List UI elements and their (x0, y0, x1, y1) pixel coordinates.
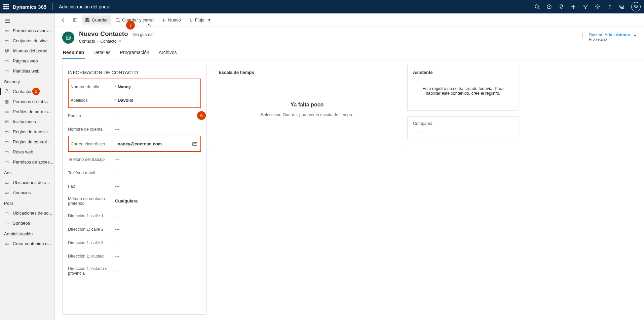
highlight-email-field: Correo electrónico nancy@contoso.com (68, 136, 201, 152)
field-value[interactable]: Davolio (118, 98, 198, 103)
sidebar-group-ads: Ads (0, 167, 54, 177)
svg-point-10 (6, 90, 8, 91)
sidebar-item-poll-locations[interactable]: ▭Ubicaciones de so... (0, 208, 54, 218)
sidebar-item-contacts[interactable]: Contactos 5 (0, 86, 54, 96)
sidebar-item-languages[interactable]: 🌐︎Idiomas del portal (0, 46, 54, 56)
owner-name[interactable]: System Administrator (589, 32, 630, 37)
field-fax[interactable]: Fax --- (68, 179, 201, 193)
field-value[interactable]: --- (115, 254, 201, 259)
svg-rect-12 (86, 20, 88, 22)
chat-icon[interactable] (619, 4, 624, 9)
field-contact-method[interactable]: Método de contacto preferido Cualquiera (68, 193, 201, 209)
field-city[interactable]: Dirección 1: ciudad --- (68, 249, 201, 263)
sidebar-item-label: Reglas de control ... (13, 139, 52, 144)
table-icon: ▦ (4, 99, 9, 104)
sidebar-collapse-button[interactable] (0, 16, 54, 26)
assistant-title: Asistente (413, 70, 513, 75)
field-value[interactable]: --- (115, 170, 201, 175)
app-launcher-icon[interactable] (3, 4, 9, 9)
save-button[interactable]: Guardar (82, 15, 111, 25)
sidebar-item-access-perms[interactable]: ▭Permisos de acces... (0, 157, 54, 167)
sidebar-item-transition-rules[interactable]: ▭Reglas de transici... (0, 127, 54, 137)
target-icon[interactable] (546, 4, 552, 9)
field-value[interactable]: Nancy (118, 84, 198, 89)
field-value[interactable]: --- (115, 184, 201, 189)
field-street3[interactable]: Dirección 1: calle 3 --- (68, 236, 201, 249)
search-icon[interactable] (534, 4, 540, 9)
lightbulb-icon[interactable] (559, 4, 564, 9)
field-value[interactable]: --- (115, 113, 201, 118)
field-value[interactable]: Cualquiera (115, 198, 201, 203)
field-job-title[interactable]: Puesto --- (68, 109, 201, 122)
field-state[interactable]: Dirección 1: estado o provincia --- (68, 263, 201, 279)
help-icon[interactable] (607, 4, 612, 9)
contact-info-section: INFORMACIÓN DE CONTACTO Nombre de pila *… (62, 65, 207, 315)
open-button[interactable] (70, 16, 81, 25)
sidebar-item-webpages[interactable]: ▭Páginas web (0, 56, 54, 66)
field-account-name[interactable]: Nombre de cuenta --- (68, 122, 201, 136)
sidebar-item-perm-profiles[interactable]: ▭Perfiles de permis... (0, 106, 54, 117)
tab-archivos[interactable]: Archivos (158, 46, 178, 59)
sidebar-item-ad-locations[interactable]: ▭Ubicaciones de a... (0, 177, 54, 187)
field-value[interactable]: nancy@contoso.com (118, 141, 192, 146)
template-icon: ▭ (4, 68, 9, 74)
location-icon: ▭ (4, 210, 9, 216)
sidebar-item-label: Páginas web (13, 58, 38, 63)
field-street1[interactable]: Dirección 1: calle 1 --- (68, 209, 201, 222)
header-more-button[interactable]: ⋮ (580, 32, 585, 39)
unsaved-indicator: - Sin guardar (130, 32, 154, 37)
gear-icon[interactable] (595, 4, 600, 9)
breadcrumb-form[interactable]: Contacto (100, 39, 116, 44)
flow-label: Flujo (195, 17, 204, 22)
chevron-down-icon[interactable]: ▼ (118, 40, 121, 43)
svg-point-17 (67, 37, 68, 38)
field-value[interactable]: --- (115, 213, 201, 218)
field-first-name[interactable]: Nombre de pila * Nancy (71, 80, 198, 93)
user-avatar[interactable]: SA (631, 2, 641, 11)
tab-resumen[interactable]: Resumen (62, 46, 85, 59)
globe-icon: 🌐︎ (4, 48, 9, 53)
open-icon (73, 18, 78, 22)
flow-button[interactable]: Flujo ▾ (185, 15, 215, 25)
sidebar-item-polls[interactable]: ▭Sondeos (0, 218, 54, 228)
field-work-phone[interactable]: Teléfono del trabajo --- (68, 152, 201, 166)
save-label: Guardar (92, 17, 108, 22)
sidebar-item-templates[interactable]: ▭Plantillas web (0, 66, 54, 76)
sidebar-item-ads[interactable]: ▭Anuncios (0, 187, 54, 197)
new-button[interactable]: Nuevo (158, 15, 184, 25)
company-value[interactable]: --- (413, 129, 513, 134)
filter-icon[interactable] (583, 4, 588, 9)
field-value[interactable]: --- (115, 227, 201, 232)
field-mobile-phone[interactable]: Teléfono móvil --- (68, 166, 201, 179)
field-value[interactable]: --- (115, 268, 201, 273)
field-label: Dirección 1: calle 3 (68, 240, 112, 245)
tab-programacion[interactable]: Programación (119, 46, 150, 59)
annotation-badge-5: 5 (32, 88, 40, 95)
sidebar-item-create-content[interactable]: ▭Crear contenido d... (0, 238, 54, 248)
field-value[interactable]: --- (115, 127, 201, 132)
sidebar-item-table-perms[interactable]: ▦Permisos de tabla (0, 96, 54, 106)
sidebar-item-web-roles[interactable]: ▭Roles web (0, 147, 54, 157)
breadcrumb-entity[interactable]: Contacto (79, 39, 95, 44)
sidebar-item-link-sets[interactable]: ▭Conjuntos de vinc... (0, 36, 54, 46)
back-button[interactable] (58, 16, 69, 25)
field-value[interactable]: --- (115, 240, 201, 245)
sidebar-item-label: Crear contenido d... (13, 241, 51, 246)
plus-icon[interactable] (571, 4, 576, 9)
field-email[interactable]: Correo electrónico nancy@contoso.com (71, 137, 198, 150)
breadcrumb-separator: · (97, 39, 98, 44)
field-last-name[interactable]: Apellidos * Davolio (71, 93, 198, 107)
save-close-button[interactable]: Guardar y cerrar (112, 15, 157, 25)
field-value[interactable]: --- (115, 157, 201, 162)
form-tabs: Resumen Detalles Programación Archivos (55, 46, 644, 59)
field-street2[interactable]: Dirección 1: calle 2 --- (68, 222, 201, 236)
sidebar-item-invitations[interactable]: ✉Invitaciones (0, 117, 54, 127)
brand-name[interactable]: Dynamics 365 (13, 4, 46, 10)
mail-icon[interactable] (192, 142, 197, 146)
sidebar-item-control-rules[interactable]: ▭Reglas de control ... (0, 137, 54, 147)
sidebar-item-adv-forms[interactable]: ▭Formularios avanz... (0, 26, 54, 36)
tab-detalles[interactable]: Detalles (93, 46, 111, 59)
sidebar-item-label: Perfiles de permis... (13, 109, 51, 114)
company-label: Compañía (413, 121, 513, 126)
chevron-down-icon[interactable]: ▼ (634, 34, 637, 38)
